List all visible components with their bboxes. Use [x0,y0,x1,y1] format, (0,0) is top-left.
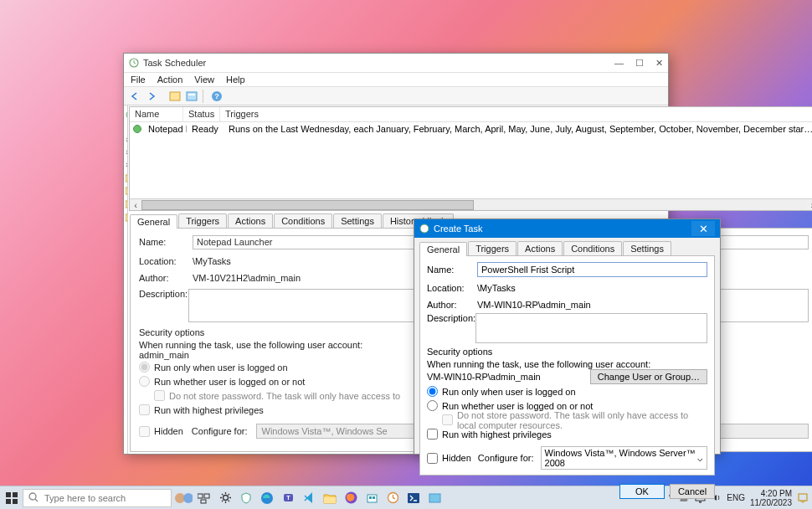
start-button[interactable] [3,490,20,506]
svg-point-12 [29,493,36,500]
language-indicator[interactable]: ENG [727,493,745,502]
task-view-icon[interactable] [195,489,213,507]
search-box[interactable]: Type here to search [23,489,172,507]
explorer-icon[interactable] [321,489,339,507]
dlg-name-input[interactable] [477,262,707,277]
task-scheduler-taskbar-icon[interactable] [383,489,402,507]
menu-help[interactable]: Help [226,75,245,85]
settings-icon[interactable] [216,489,234,507]
clock[interactable]: 4:20 PM 11/20/2023 [750,489,792,507]
svg-rect-1 [170,92,180,100]
teams-icon[interactable]: T [279,489,297,507]
scroll-left-icon[interactable]: ‹ [130,200,141,210]
svg-rect-15 [198,494,203,498]
highest-priv-check [139,404,150,415]
back-button[interactable] [127,89,142,104]
help-button[interactable]: ? [209,89,224,104]
run-logged-on-radio [139,362,150,373]
tab-triggers[interactable]: Triggers [178,213,227,228]
notifications-icon[interactable] [797,492,809,504]
dialog-tabs: General Triggers Actions Conditions Sett… [419,241,715,256]
toolbar-icon-1[interactable] [167,89,182,104]
app-icon [129,58,139,68]
dlg-tab-settings[interactable]: Settings [623,241,671,255]
titlebar[interactable]: Task Scheduler — ☐ ✕ [124,54,668,72]
svg-text:?: ? [214,92,219,100]
dlg-highest-priv-check[interactable] [427,429,438,440]
svg-rect-22 [324,497,336,503]
edge-icon[interactable] [258,489,276,507]
search-icon [28,492,39,503]
dlg-no-store-password-check [442,414,453,425]
store-icon[interactable] [362,489,381,507]
horizontal-scrollbar[interactable]: ‹ › [130,198,812,210]
svg-point-7 [420,224,429,233]
tab-general[interactable]: General [130,214,177,229]
menu-file[interactable]: File [131,75,146,85]
dialog-icon [419,224,429,234]
create-task-dialog: Create Task ✕ General Triggers Actions C… [414,219,721,455]
dlg-tab-general[interactable]: General [419,242,467,256]
menu-bar: File Action View Help [124,72,668,87]
vscode-icon[interactable] [300,489,318,507]
change-user-button[interactable]: Change User or Group… [590,369,707,384]
dlg-hidden-check[interactable] [427,453,438,464]
svg-rect-10 [6,499,11,504]
svg-rect-24 [367,495,377,502]
cortana-icon[interactable] [174,489,193,507]
maximize-button[interactable]: ☐ [635,58,644,69]
close-button[interactable]: ✕ [655,58,663,69]
dlg-security-user: VM-WIN10-RP\admin_main [427,372,587,382]
minimize-button[interactable]: — [614,58,624,69]
svg-rect-26 [373,496,375,499]
tab-settings[interactable]: Settings [333,213,382,228]
task-list[interactable]: Name Status Triggers Notepad La… Ready R… [129,106,812,211]
window-title: Task Scheduler [143,58,206,68]
dialog-title: Create Task [434,224,483,234]
svg-rect-9 [13,492,18,497]
svg-rect-2 [187,92,197,100]
dialog-titlebar[interactable]: Create Task ✕ [414,219,720,238]
ok-button[interactable]: OK [619,484,665,499]
dlg-tab-triggers[interactable]: Triggers [468,241,516,255]
menu-action[interactable]: Action [157,75,183,85]
dlg-tab-actions[interactable]: Actions [517,241,563,255]
svg-rect-32 [799,494,807,501]
dlg-author: VM-WIN10-RP\admin_main [477,300,591,310]
menu-view[interactable]: View [194,75,214,85]
toolbar: ? [124,87,668,105]
scroll-right-icon[interactable]: › [806,200,812,210]
dlg-run-always-radio[interactable] [427,400,438,411]
svg-rect-17 [201,500,206,503]
svg-point-18 [223,496,228,501]
svg-rect-25 [369,496,372,499]
svg-rect-16 [204,494,209,498]
svg-point-14 [183,493,193,503]
dlg-location: \MyTasks [477,283,516,293]
scroll-thumb[interactable] [141,200,474,210]
no-store-password-check [154,390,165,401]
firefox-icon[interactable] [342,489,360,507]
svg-text:T: T [286,494,290,501]
tab-actions[interactable]: Actions [228,213,273,228]
search-placeholder: Type here to search [44,493,126,503]
dlg-run-logged-on-radio[interactable] [427,386,438,397]
hidden-check [139,426,150,437]
dialog-close-button[interactable]: ✕ [691,221,715,236]
dlg-configure-for-combo[interactable]: Windows Vista™, Windows Server™ 2008⌵ [541,446,707,470]
dialog-general-pane: Name: Location:\MyTasks Author:VM-WIN10-… [419,256,715,476]
dlg-tab-conditions[interactable]: Conditions [563,241,622,255]
status-icon [133,125,141,133]
cancel-button[interactable]: Cancel [670,484,715,499]
task-row[interactable]: Notepad La… Ready Runs on the Last Wedne… [130,122,812,136]
dlg-description-input[interactable] [475,313,707,343]
toolbar-icon-2[interactable] [184,89,199,104]
run-always-radio [139,376,150,387]
forward-button[interactable] [144,89,159,104]
security-icon[interactable] [237,489,255,507]
svg-rect-8 [6,492,11,497]
task-list-header: Name Status Triggers [130,107,812,122]
tab-conditions[interactable]: Conditions [274,213,332,228]
chevron-down-icon: ⌵ [697,453,703,464]
svg-rect-11 [13,499,18,504]
